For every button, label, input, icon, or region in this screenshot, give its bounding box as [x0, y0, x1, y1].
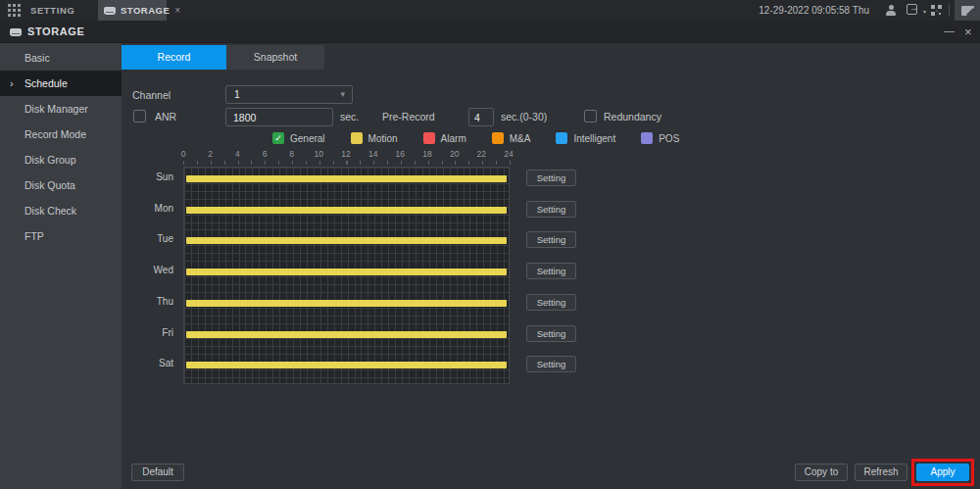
legend-item-intelligent: Intelligent [556, 132, 615, 144]
record-type-legend: ✓ General Motion Alarm M&A Intelligent P… [272, 132, 679, 144]
pre-record-input[interactable] [468, 108, 494, 126]
sidebar-item-label: Record Mode [24, 128, 86, 140]
qr-code-icon[interactable] [931, 5, 935, 9]
schedule-bar-wed[interactable] [186, 269, 507, 275]
hour-tick-label: 22 [469, 149, 493, 159]
schedule-bar-sun[interactable] [186, 175, 507, 182]
tab-storage[interactable]: STORAGE × [98, 0, 167, 21]
page-title: STORAGE [27, 21, 84, 43]
tab-setting[interactable]: SETTING [30, 0, 74, 21]
sidebar-item-ftp[interactable]: FTP [0, 223, 122, 249]
sidebar-item-disk-quota[interactable]: Disk Quota [0, 172, 122, 198]
monitor-icon [961, 6, 974, 16]
intelligent-checkbox[interactable] [556, 132, 567, 144]
sidebar-item-disk-group[interactable]: Disk Group [0, 147, 122, 172]
hour-tick-label: 0 [172, 149, 195, 159]
hour-tick-label: 18 [416, 149, 439, 159]
setting-button-thu[interactable]: Setting [526, 294, 576, 311]
setting-button-sat[interactable]: Setting [526, 356, 576, 372]
schedule-bar-tue[interactable] [186, 237, 507, 244]
tab-close-icon[interactable]: × [174, 6, 180, 16]
pre-record-label: Pre-Record [382, 111, 435, 122]
channel-label: Channel [132, 89, 171, 101]
active-arrow-icon: › [10, 71, 14, 96]
sidebar-item-label: Disk Group [24, 154, 76, 166]
day-label-tue: Tue [134, 233, 173, 244]
legend-item-general: ✓ General [272, 132, 325, 144]
topbar-separator [949, 4, 950, 17]
hour-tick-label: 10 [307, 149, 330, 159]
user-account-icon[interactable] [885, 5, 897, 17]
live-view-button[interactable] [955, 0, 980, 21]
hour-tick-label: 16 [388, 149, 412, 159]
nvr-window: SETTING STORAGE × 12-29-2022 09:05:58 Th… [0, 0, 980, 489]
setting-button-wed[interactable]: Setting [526, 263, 576, 279]
legend-label: General [290, 133, 325, 144]
day-label-sun: Sun [134, 171, 173, 182]
ma-checkbox[interactable] [492, 132, 504, 144]
pre-record-unit-label: sec.(0-30) [501, 111, 547, 122]
setting-button-tue[interactable]: Setting [526, 231, 576, 248]
hour-tick-label: 20 [443, 149, 466, 159]
schedule-bar-thu[interactable] [186, 300, 507, 307]
hour-tick-label: 8 [280, 149, 304, 159]
sidebar-item-disk-manager[interactable]: Disk Manager [0, 96, 122, 122]
alarm-checkbox[interactable] [423, 132, 435, 144]
sidebar-item-label: Disk Check [24, 205, 76, 217]
tab-snapshot[interactable]: Snapshot [226, 45, 324, 70]
anr-unit-label: sec. [340, 111, 359, 122]
channel-select[interactable]: 1 ▾ [225, 85, 353, 104]
schedule-bar-fri[interactable] [186, 331, 507, 338]
sidebar-item-basic[interactable]: Basic [0, 45, 122, 71]
copy-to-button[interactable]: Copy to [795, 464, 848, 481]
setting-button-sun[interactable]: Setting [526, 170, 576, 186]
refresh-button[interactable]: Refresh [855, 464, 907, 481]
hour-tick-label: 14 [362, 149, 385, 159]
sidebar-item-schedule[interactable]: ›Schedule [0, 71, 122, 96]
redundancy-label: Redundancy [604, 111, 662, 122]
schedule-grid[interactable] [183, 167, 510, 384]
close-icon[interactable]: × [960, 21, 976, 43]
tab-record[interactable]: Record [122, 45, 226, 70]
legend-label: Alarm [441, 133, 466, 144]
day-label-mon: Mon [134, 203, 173, 214]
hour-tick-label: 2 [199, 149, 222, 159]
check-icon: ✓ [272, 132, 284, 144]
sidebar-item-label: Basic [24, 52, 50, 64]
redundancy-checkbox[interactable] [584, 110, 597, 122]
general-checkbox[interactable]: ✓ [272, 132, 284, 144]
legend-item-alarm: Alarm [423, 132, 466, 144]
storage-disk-icon [104, 7, 116, 15]
hour-ruler-ticks [183, 161, 511, 165]
logout-arrow-icon: → [909, 3, 918, 13]
schedule-bar-mon[interactable] [186, 207, 507, 214]
minimize-icon[interactable]: — [940, 21, 958, 43]
sidebar-item-label: Disk Manager [24, 103, 88, 115]
apply-button[interactable]: Apply [916, 464, 969, 481]
pos-checkbox[interactable] [641, 132, 653, 144]
anr-seconds-input[interactable] [225, 108, 333, 126]
anr-checkbox[interactable] [133, 110, 146, 122]
sidebar-item-record-mode[interactable]: Record Mode [0, 122, 122, 147]
apps-grid-icon[interactable] [8, 4, 11, 7]
day-label-sat: Sat [134, 358, 173, 368]
hour-tick-label: 6 [253, 149, 276, 159]
setting-button-fri[interactable]: Setting [526, 325, 576, 342]
motion-checkbox[interactable] [351, 132, 363, 144]
hour-tick-label: 12 [334, 149, 358, 159]
legend-label: M&A [510, 133, 531, 144]
legend-item-ma: M&A [492, 132, 531, 144]
sidebar: Basic ›Schedule Disk Manager Record Mode… [0, 43, 122, 489]
setting-button-mon[interactable]: Setting [526, 201, 576, 218]
logout-door-icon: → [906, 4, 917, 15]
sidebar-item-label: FTP [24, 230, 44, 242]
channel-select-value: 1 [234, 86, 240, 103]
sidebar-item-disk-check[interactable]: Disk Check [0, 198, 122, 223]
schedule-bar-sat[interactable] [186, 362, 507, 368]
default-button[interactable]: Default [131, 464, 184, 481]
day-label-thu: Thu [134, 296, 173, 307]
sidebar-item-label: Disk Quota [24, 179, 75, 191]
sidebar-item-label: Schedule [24, 77, 68, 89]
schedule-bars [186, 168, 507, 383]
logout-icon[interactable]: → ▾ [906, 4, 926, 17]
